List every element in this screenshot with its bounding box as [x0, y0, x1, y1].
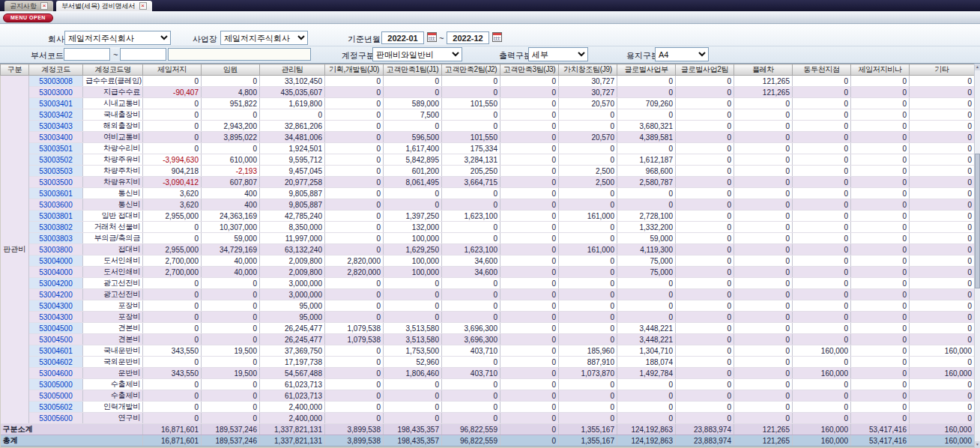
value-cell: 0: [910, 255, 975, 267]
table-row[interactable]: 53003801일반 접대비2,955,00024,363,16942,785,…: [1, 211, 975, 222]
close-icon[interactable]: ×: [139, 2, 147, 10]
value-cell: 1,629,250: [384, 244, 442, 255]
subtotal-row[interactable]: 구분소계16,871,601189,537,2461,337,821,1313,…: [1, 424, 975, 435]
table-row[interactable]: 53003000지급수수료-90,4074,800435,035,6070000…: [1, 87, 975, 98]
column-header[interactable]: 기획,개발팀(J0): [325, 64, 384, 76]
column-header[interactable]: 계정코드명: [83, 64, 143, 76]
value-cell: 0: [676, 244, 734, 255]
value-cell: 0: [500, 368, 559, 379]
tab-expense-report[interactable]: 부서별(세목) 경비명세서 ×: [56, 1, 152, 11]
period-from-input[interactable]: [381, 31, 424, 44]
table-row[interactable]: 53004000도서인쇄비2,700,00040,0002,009,8002,8…: [1, 267, 975, 278]
table-row[interactable]: 53004200광고선전비003,000,00000000000000: [1, 278, 975, 289]
table-row[interactable]: 53005000수출제비0061,023,71300000000000: [1, 390, 975, 402]
value-cell: 0: [910, 323, 975, 334]
scroll-down-icon[interactable]: ▼: [975, 441, 980, 448]
value-cell: 3,899,538: [325, 424, 384, 435]
value-cell: 0: [676, 109, 734, 121]
value-cell: 0: [734, 109, 793, 121]
column-header[interactable]: 고객만족1팀(J1): [384, 64, 442, 76]
value-cell: 0: [325, 368, 384, 379]
table-row[interactable]: 53003402국내출장비00007,500000000000: [1, 109, 975, 121]
table-row[interactable]: 53003400여비교통비03,895,02234,481,0060596,50…: [1, 132, 975, 143]
value-cell: 0: [143, 278, 202, 289]
account-name-cell: 해외출장비: [83, 121, 143, 132]
calendar-icon[interactable]: [492, 32, 502, 42]
value-cell: 2,700,000: [143, 267, 202, 278]
scrollbar-thumb[interactable]: [975, 154, 980, 288]
table-row[interactable]: 53003501차량수리비001,924,50101,617,400175,33…: [1, 143, 975, 154]
value-cell: 0: [442, 222, 500, 233]
account-name-cell: 접대비: [83, 244, 143, 255]
value-cell: 0: [734, 345, 793, 357]
table-row[interactable]: 53005602인력개발비002,400,00000000000000: [1, 402, 975, 413]
column-header[interactable]: 플레차: [734, 64, 793, 76]
column-header[interactable]: 계정코드: [29, 64, 83, 76]
value-cell: 53,417,416: [851, 424, 910, 435]
company-select[interactable]: 제일저지주식회사: [64, 31, 171, 45]
account-type-select[interactable]: 판매비와일반비: [372, 47, 462, 61]
column-header[interactable]: 글로벌사업부: [617, 64, 676, 76]
table-row[interactable]: 53003803부의금/축의금059,00011,997,0000100,000…: [1, 233, 975, 244]
dept-name-field[interactable]: [168, 48, 311, 61]
table-row[interactable]: 53004500견본비0026,245,4771,079,5383,513,58…: [1, 334, 975, 345]
column-header[interactable]: 제일저지: [143, 64, 202, 76]
table-row[interactable]: 53003800접대비2,955,00034,729,16963,132,240…: [1, 244, 975, 255]
value-cell: 0: [793, 222, 851, 233]
close-icon[interactable]: ×: [40, 2, 48, 10]
table-row[interactable]: 53004602국외운반비0017,197,738052,96000887,91…: [1, 357, 975, 368]
account-code-cell: 53003800: [29, 244, 83, 255]
output-type-select[interactable]: 세부: [528, 47, 588, 61]
value-cell: 0: [442, 379, 500, 390]
table-row[interactable]: 53003802거래처 선물비010,307,0008,350,0000132,…: [1, 222, 975, 233]
scroll-up-icon[interactable]: ▲: [975, 64, 980, 70]
period-label: 기준년월: [348, 34, 381, 45]
column-header[interactable]: 글로벌사업2팀: [676, 64, 734, 76]
table-row[interactable]: 53004300포장비0095,00000000000000: [1, 300, 975, 312]
table-row[interactable]: 53003403해외출장비02,943,20032,861,206000003,…: [1, 121, 975, 132]
calendar-icon[interactable]: [427, 32, 437, 42]
column-header[interactable]: 제일저지비나: [851, 64, 910, 76]
dept-code-to-input[interactable]: [120, 48, 166, 61]
table-row[interactable]: 53003503차량주차비904,218-2,1939,457,0450601,…: [1, 166, 975, 177]
dept-code-from-input[interactable]: [64, 48, 110, 61]
table-row[interactable]: 53004300포장비0095,00000000000000: [1, 312, 975, 323]
table-row[interactable]: 53004000도서인쇄비2,700,00040,0002,009,8002,8…: [1, 255, 975, 267]
paper-type-select[interactable]: A4: [655, 47, 709, 61]
table-row[interactable]: 53003500차량유지비-3,090,412607,80720,977,258…: [1, 177, 975, 188]
column-header[interactable]: 관리팀: [260, 64, 325, 76]
table-row[interactable]: 53005000수출제비0061,023,71300000000000: [1, 379, 975, 390]
vertical-scrollbar[interactable]: ▲ ▼: [974, 64, 980, 448]
column-header[interactable]: 고객만족3팀(J3): [500, 64, 559, 76]
column-header[interactable]: 구분: [1, 64, 29, 76]
period-to-input[interactable]: [447, 31, 489, 44]
value-cell: 189,537,246: [202, 424, 260, 435]
value-cell: 0: [734, 121, 793, 132]
table-row[interactable]: 53003502차량주유비-3,994,630610,0009,595,7120…: [1, 154, 975, 166]
workplace-select[interactable]: 제일저지주식회사: [220, 31, 308, 45]
column-header[interactable]: 동두천지점: [793, 64, 851, 76]
table-row[interactable]: 53004200광고선전비003,000,00000000000000: [1, 289, 975, 300]
column-header[interactable]: 임원: [202, 64, 260, 76]
table-row[interactable]: 53005600연구비002,400,00000000000000: [1, 413, 975, 424]
value-cell: 0: [325, 244, 384, 255]
column-header[interactable]: 기타: [910, 64, 975, 76]
column-header[interactable]: 고객만족2팀(J2): [442, 64, 500, 76]
subtotal-label-cell: 구분소계: [1, 424, 143, 435]
value-cell: 2,700,000: [143, 255, 202, 267]
total-row[interactable]: 총계16,871,601189,537,2461,337,821,1313,89…: [1, 435, 975, 447]
column-header[interactable]: 가치창조팀(J9): [559, 64, 617, 76]
table-row[interactable]: 53004500견본비0026,245,4771,079,5383,513,58…: [1, 323, 975, 334]
table-row[interactable]: 53003401시내교통비0951,8221,619,8000589,00010…: [1, 98, 975, 109]
table-row[interactable]: 53003600통신비3,6204009,805,88700000000000: [1, 199, 975, 211]
table-row[interactable]: 53004601국내운반비343,55019,50037,369,75001,7…: [1, 345, 975, 357]
table-row[interactable]: 53004600운반비343,55019,50054,567,48801,806…: [1, 368, 975, 379]
value-cell: 0: [793, 379, 851, 390]
table-row[interactable]: 판관비53003008급수수료(클레임)0033,102,450000030,7…: [1, 76, 975, 87]
value-cell: 0: [910, 154, 975, 166]
value-cell: 0: [325, 278, 384, 289]
menu-open-button[interactable]: MENU OPEN: [3, 13, 53, 22]
value-cell: 0: [910, 402, 975, 413]
tab-notice[interactable]: 공지사항 ×: [4, 1, 53, 11]
table-row[interactable]: 53003601통신비3,6204009,805,88700000000000: [1, 188, 975, 199]
